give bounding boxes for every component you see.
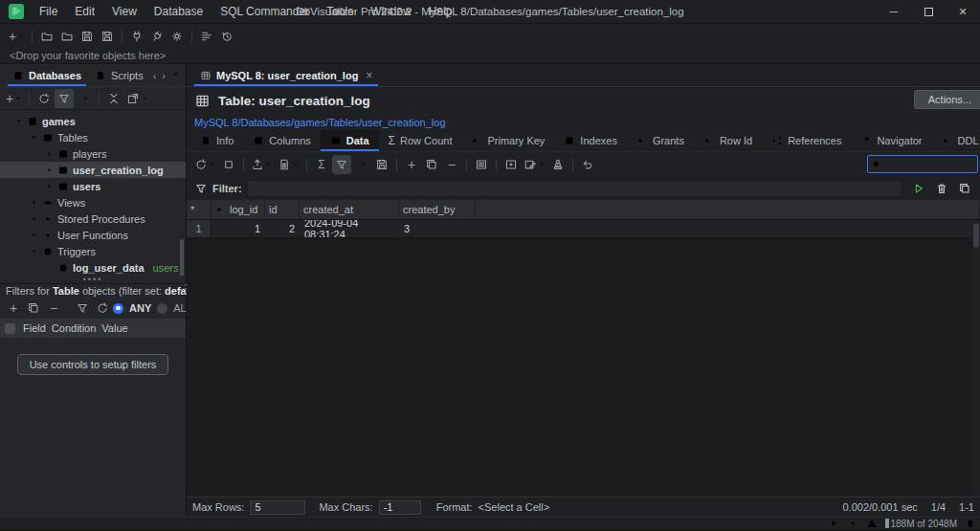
minimize-button[interactable]: ─ bbox=[877, 0, 911, 23]
set-default-button[interactable] bbox=[548, 155, 568, 174]
tree-item-users[interactable]: users bbox=[0, 178, 186, 194]
max-chars-input[interactable] bbox=[379, 500, 421, 515]
menu-window[interactable]: Window bbox=[363, 2, 419, 21]
tab-scripts[interactable]: Scripts bbox=[88, 64, 150, 86]
tab-databases[interactable]: Databases bbox=[6, 64, 88, 86]
cell-viewer-button[interactable] bbox=[501, 155, 521, 174]
remove-filter-button[interactable]: − bbox=[44, 299, 63, 318]
grid-scrollbar-thumb[interactable] bbox=[973, 223, 979, 248]
open-recent-button[interactable] bbox=[57, 27, 77, 46]
tree-item-user-functions[interactable]: User Functions bbox=[0, 227, 186, 243]
warning-icon[interactable] bbox=[866, 518, 878, 529]
reload-data-button[interactable] bbox=[192, 155, 218, 174]
tree-item-players[interactable]: players bbox=[0, 145, 186, 162]
lightning-icon[interactable] bbox=[828, 518, 839, 529]
menu-sql-commander[interactable]: SQL Commander bbox=[212, 2, 317, 21]
filter-options-button[interactable] bbox=[75, 89, 94, 108]
filter-tree-button[interactable] bbox=[55, 89, 74, 108]
chevron-right-icon[interactable] bbox=[29, 198, 38, 207]
open-in-window-button[interactable] bbox=[124, 89, 150, 108]
tab-primary-key[interactable]: Primary Key bbox=[461, 130, 554, 151]
collapse-all-button[interactable] bbox=[104, 89, 123, 108]
settings-button[interactable] bbox=[167, 27, 187, 46]
cell-log-id[interactable]: 1 bbox=[212, 220, 265, 237]
undo-button[interactable] bbox=[578, 155, 597, 174]
tab-indexes[interactable]: Indexes bbox=[554, 130, 627, 151]
new-object-button[interactable]: + bbox=[7, 27, 27, 46]
execution-plan-button[interactable] bbox=[197, 27, 216, 46]
close-button[interactable]: × bbox=[946, 0, 980, 23]
tree-item-views[interactable]: Views bbox=[0, 194, 186, 210]
tab-data[interactable]: Data bbox=[321, 130, 379, 151]
apply-filter-button[interactable] bbox=[909, 179, 928, 198]
column-header-id[interactable]: id bbox=[265, 200, 300, 219]
tab-row-count[interactable]: ΣRow Count bbox=[379, 130, 462, 151]
panel-splitter-handle[interactable]: •••• bbox=[0, 276, 186, 283]
tab-ddl[interactable]: DDL bbox=[932, 130, 980, 151]
history-button[interactable] bbox=[217, 27, 236, 46]
insert-row-button[interactable]: + bbox=[402, 155, 421, 174]
chevron-down-icon[interactable] bbox=[29, 133, 38, 142]
actions-button[interactable]: Actions... bbox=[914, 90, 980, 109]
filter-data-button[interactable] bbox=[332, 155, 351, 174]
tree-item-triggers[interactable]: Triggers bbox=[0, 243, 186, 259]
grid-scrollbar[interactable] bbox=[972, 221, 980, 497]
tab-references[interactable]: References bbox=[762, 130, 851, 151]
save-button[interactable] bbox=[78, 27, 97, 46]
chevron-right-icon[interactable] bbox=[44, 149, 54, 158]
connect-button[interactable] bbox=[127, 27, 146, 46]
table-row[interactable]: 1 1 2 2024-09-04 08:31:24 3 bbox=[187, 220, 980, 238]
refresh-filter-button[interactable] bbox=[93, 299, 112, 318]
refresh-tree-button[interactable] bbox=[34, 89, 54, 108]
tab-grants[interactable]: Grants bbox=[627, 130, 694, 151]
apply-filter-button[interactable] bbox=[73, 299, 92, 318]
window-arrows-icon[interactable] bbox=[809, 518, 820, 529]
trash-icon[interactable] bbox=[965, 518, 976, 529]
duplicate-row-button[interactable] bbox=[422, 155, 441, 174]
stop-button[interactable] bbox=[219, 155, 238, 174]
tab-prev-button[interactable]: ‹ bbox=[153, 70, 157, 81]
tree-scrollbar[interactable] bbox=[180, 239, 184, 276]
search-input[interactable] bbox=[882, 159, 977, 170]
column-header-log-id[interactable]: log_id bbox=[212, 200, 265, 219]
tab-user-creation-log[interactable]: MySQL 8: user_creation_log × bbox=[192, 64, 380, 86]
tree-item-tables[interactable]: Tables bbox=[0, 129, 186, 145]
menu-file[interactable]: File bbox=[32, 2, 65, 21]
form-view-button[interactable] bbox=[472, 155, 491, 174]
filter-data-options-button[interactable] bbox=[352, 155, 371, 174]
breadcrumb[interactable]: MySQL 8/Databases/games/Tables/user_crea… bbox=[187, 115, 980, 130]
tab-row-id[interactable]: Row Id bbox=[694, 130, 762, 151]
all-radio[interactable] bbox=[157, 303, 167, 314]
tab-info[interactable]: Info bbox=[190, 130, 243, 151]
menu-view[interactable]: View bbox=[104, 2, 145, 21]
menu-edit[interactable]: Edit bbox=[67, 2, 102, 21]
clear-filter-button[interactable] bbox=[932, 179, 951, 198]
menu-database[interactable]: Database bbox=[146, 2, 211, 21]
tab-next-button[interactable]: › bbox=[162, 70, 166, 81]
column-header-created-at[interactable]: created_at bbox=[300, 200, 399, 219]
chevron-right-icon[interactable] bbox=[29, 214, 38, 223]
save-all-button[interactable] bbox=[98, 27, 117, 46]
tab-columns[interactable]: Columns bbox=[243, 130, 320, 151]
favorites-bar[interactable]: <Drop your favorite objects here> bbox=[0, 48, 980, 64]
export-button[interactable] bbox=[249, 155, 275, 174]
filter-input[interactable] bbox=[247, 180, 902, 197]
delete-row-button[interactable]: − bbox=[442, 155, 461, 174]
chevron-right-icon[interactable] bbox=[44, 166, 54, 174]
add-filter-button[interactable]: + bbox=[4, 299, 23, 318]
copy-filter-button[interactable] bbox=[955, 179, 974, 198]
tree-item-log-user-data[interactable]: log_user_data users bbox=[0, 259, 186, 276]
chevron-right-icon[interactable] bbox=[44, 182, 54, 190]
tab-navigator[interactable]: Navigator bbox=[851, 130, 931, 151]
setup-filters-button[interactable]: Use controls to setup filters bbox=[17, 354, 169, 375]
cell-created-by[interactable]: 3 bbox=[399, 220, 476, 237]
cell-id[interactable]: 2 bbox=[265, 220, 300, 237]
tree-item-user-creation-log[interactable]: user_creation_log bbox=[0, 162, 186, 178]
menu-help[interactable]: Help bbox=[421, 2, 460, 21]
maximize-button[interactable] bbox=[911, 0, 946, 23]
tree-item-stored-procedures[interactable]: Stored Procedures bbox=[0, 210, 186, 227]
row-number-header[interactable]: * bbox=[187, 200, 212, 219]
filter-select-checkbox[interactable] bbox=[5, 323, 15, 334]
cell-created-at[interactable]: 2024-09-04 08:31:24 bbox=[300, 220, 399, 237]
tab-list-button[interactable] bbox=[171, 70, 180, 78]
